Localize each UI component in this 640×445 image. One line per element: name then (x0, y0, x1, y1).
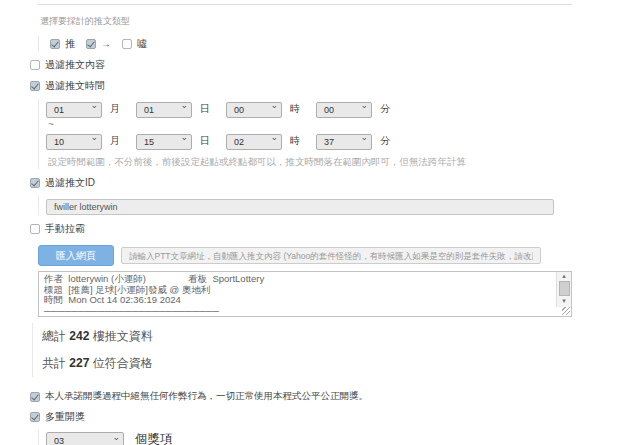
month-unit-label: 月 (110, 134, 120, 148)
end-day-select[interactable]: 15 (136, 134, 192, 150)
total-prefix: 總計 (42, 329, 66, 343)
import-url-input[interactable] (121, 247, 541, 264)
prize-count-select[interactable]: 03 (46, 432, 124, 445)
end-month-group: 10 ⌄ 月 (46, 131, 136, 150)
import-row: 匯入網頁 (38, 245, 640, 266)
qualified-prefix: 共計 (42, 356, 66, 370)
time-start-row: 01 ⌄ 月 01 ⌄ 日 00 ⌄ 時 (46, 99, 640, 118)
filter-id-checkbox[interactable] (30, 178, 40, 188)
import-button[interactable]: 匯入網頁 (38, 245, 114, 266)
start-minute-group: 00 ⌄ 分 (316, 99, 406, 118)
end-day-group: 15 ⌄ 日 (136, 131, 226, 150)
start-minute-select[interactable]: 00 (316, 102, 372, 118)
start-hour-group: 00 ⌄ 時 (226, 99, 316, 118)
filter-time-checkbox[interactable] (30, 81, 40, 91)
comment-type-options: 推 → 噓 (38, 36, 640, 51)
filter-time-option[interactable]: 過濾推文時間 (30, 79, 640, 93)
start-month-select[interactable]: 01 (46, 102, 102, 118)
prize-count-row: 03 ⌄ 個獎項 (46, 430, 640, 445)
time-range-block: 01 ⌄ 月 01 ⌄ 日 00 ⌄ 時 (38, 99, 640, 169)
lottery-tool-page: 選擇要採計的推文類型 推 → 噓 過濾推文內容 過濾推文時間 01 ⌄ (0, 0, 640, 445)
hour-unit-label: 時 (290, 102, 300, 116)
filter-id-label: 過濾推文ID (45, 176, 95, 190)
start-day-select[interactable]: 01 (136, 102, 192, 118)
minute-unit-label: 分 (380, 102, 390, 116)
filter-time-label: 過濾推文時間 (45, 79, 105, 93)
type-arrow-option[interactable]: → (86, 38, 111, 49)
type-arrow-checkbox[interactable] (86, 39, 96, 49)
hour-unit-label: 時 (290, 134, 300, 148)
range-separator: ~ (48, 119, 640, 130)
qualified-stat: 共計 227 位符合資格 (32, 350, 640, 377)
type-arrow-label: → (101, 38, 111, 49)
pledge-label: 本人承諾開獎過程中絕無任何作弊行為，一切正常使用本程式公平公正開獎。 (45, 390, 368, 403)
scroll-down-icon[interactable]: ▾ (562, 297, 566, 305)
scroll-up-icon[interactable]: ▴ (562, 272, 566, 280)
minute-unit-label: 分 (380, 134, 390, 148)
top-divider (38, 4, 572, 5)
time-end-row: 10 ⌄ 月 15 ⌄ 日 02 ⌄ 時 (46, 131, 640, 150)
pledge-option[interactable]: 本人承諾開獎過程中絕無任何作弊行為，一切正常使用本程式公平公正開獎。 (30, 390, 640, 403)
filter-content-option[interactable]: 過濾推文內容 (30, 58, 640, 72)
filter-id-block (38, 196, 640, 215)
start-hour-select[interactable]: 00 (226, 102, 282, 118)
multi-draw-option[interactable]: 多重開獎 (30, 410, 640, 424)
manual-slot-label: 手動拉霸 (45, 222, 85, 236)
end-minute-select[interactable]: 37 (316, 134, 372, 150)
type-boo-checkbox[interactable] (122, 39, 132, 49)
qualified-suffix: 位符合資格 (93, 356, 153, 370)
pledge-checkbox[interactable] (30, 392, 40, 402)
multi-draw-checkbox[interactable] (30, 412, 40, 422)
start-month-group: 01 ⌄ 月 (46, 99, 136, 118)
time-range-hint: 設定時間範圍，不分前後，前後設定起點或終點都可以，推文時間落在範圍內即可，但無法… (48, 156, 640, 169)
start-day-group: 01 ⌄ 日 (136, 99, 226, 118)
multi-draw-block: 03 ⌄ 個獎項 此選項可一次開出多位得獎者 (38, 430, 640, 445)
comment-type-label: 選擇要採計的推文類型 (40, 15, 640, 28)
filter-content-checkbox[interactable] (30, 60, 40, 70)
type-boo-label: 噓 (137, 37, 147, 51)
filter-id-option[interactable]: 過濾推文ID (30, 176, 640, 190)
filter-id-input[interactable] (46, 199, 554, 215)
end-hour-group: 02 ⌄ 時 (226, 131, 316, 150)
type-push-label: 推 (65, 37, 75, 51)
filter-content-label: 過濾推文內容 (45, 58, 105, 72)
total-suffix: 樓推文資料 (93, 329, 153, 343)
total-count: 242 (69, 329, 89, 343)
textarea-scrollbar[interactable]: ▴ ▾ (556, 272, 571, 307)
month-unit-label: 月 (110, 102, 120, 116)
total-comments-stat: 總計 242 樓推文資料 (32, 323, 640, 350)
qualified-count: 227 (69, 356, 89, 370)
end-hour-select[interactable]: 02 (226, 134, 282, 150)
prize-unit-label: 個獎項 (135, 431, 173, 445)
resize-grip-icon[interactable] (562, 307, 570, 315)
type-boo-option[interactable]: 噓 (122, 37, 147, 51)
end-minute-group: 37 ⌄ 分 (316, 131, 406, 150)
day-unit-label: 日 (200, 134, 210, 148)
type-push-checkbox[interactable] (50, 39, 60, 49)
type-push-option[interactable]: 推 (50, 37, 75, 51)
day-unit-label: 日 (200, 102, 210, 116)
scrollbar-thumb[interactable] (559, 281, 570, 296)
article-textarea[interactable]: 作者 lotterywin (小運師) 看板 SportLottery 標題 [… (38, 271, 572, 317)
manual-slot-option[interactable]: 手動拉霸 (30, 222, 640, 236)
manual-slot-checkbox[interactable] (30, 224, 40, 234)
article-content: 作者 lotterywin (小運師) 看板 SportLottery 標題 [… (39, 272, 555, 317)
end-month-select[interactable]: 10 (46, 134, 102, 150)
multi-draw-label: 多重開獎 (45, 410, 85, 424)
